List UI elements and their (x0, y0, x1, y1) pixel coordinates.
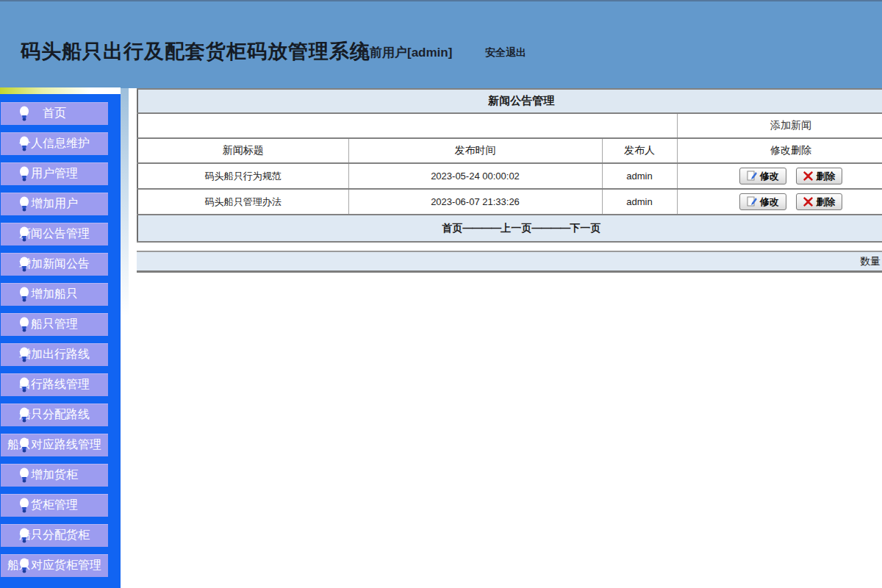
delete-icon (803, 171, 813, 181)
sidebar-item-ship-management[interactable]: 船只管理 (1, 313, 108, 336)
bulb-icon (18, 196, 30, 212)
news-time-cell: 2023-06-07 21:33:26 (348, 189, 602, 215)
table-row: 码头船只行为规范 2023-05-24 00:00:02 admin 修改 删除 (137, 163, 882, 189)
news-actions-cell: 修改 删除 (677, 163, 882, 189)
sidebar-item-assign-container[interactable]: 船只分配货柜 (1, 524, 108, 547)
sidebar-item-label: 首页 (43, 106, 66, 121)
bulb-icon (18, 377, 30, 392)
main-content: 新闻公告管理 添加新闻 新闻标题 发布时间 发布人 修改删除 码头船只行为规范 … (137, 88, 882, 243)
sidebar-top-gradient (0, 87, 121, 94)
edit-button[interactable]: 修改 (739, 193, 786, 210)
news-title-cell: 码头船只行为规范 (137, 163, 348, 189)
add-news-spacer (137, 113, 677, 138)
edit-icon (747, 196, 757, 207)
bulb-icon (18, 317, 30, 332)
sidebar-item-route-management[interactable]: 出行路线管理 (1, 373, 108, 396)
table-row: 码头船只管理办法 2023-06-07 21:33:26 admin 修改 删除 (137, 189, 882, 215)
delete-icon (803, 197, 813, 207)
delete-button[interactable]: 删除 (796, 193, 842, 210)
sidebar-item-assign-route[interactable]: 船只分配路线 (1, 404, 108, 426)
pagination-prev[interactable]: 上一页 (501, 222, 531, 234)
delete-button[interactable]: 删除 (796, 168, 842, 184)
delete-button-label: 删除 (816, 196, 835, 209)
column-header-title: 新闻标题 (137, 138, 348, 163)
news-actions-cell: 修改 删除 (677, 189, 882, 215)
pagination-first[interactable]: 首页 (442, 222, 462, 234)
column-header-time: 发布时间 (348, 138, 602, 163)
logout-link[interactable]: 安全退出 (485, 46, 526, 60)
pagination-dash: ———— (531, 222, 570, 234)
sidebar-item-label: 船只管理 (31, 317, 78, 332)
bulb-icon (18, 467, 30, 483)
column-header-actions: 修改删除 (677, 138, 882, 163)
app-header: 码头船只出行及配套货柜码放管理系统 当前用户[admin] 安全退出 (0, 0, 882, 88)
pagination-next[interactable]: 下一页 (570, 222, 600, 234)
sidebar-right-shade (121, 88, 129, 316)
sidebar-item-ship-container-management[interactable]: 船只对应货柜管理 (1, 554, 108, 577)
bulb-icon (18, 437, 30, 453)
sidebar-item-container-management[interactable]: 货柜管理 (1, 494, 108, 517)
edit-button-label: 修改 (760, 170, 779, 183)
bulb-icon (18, 407, 30, 423)
sidebar-item-user-management[interactable]: 用户管理 (1, 162, 108, 185)
sidebar-item-label: 用户管理 (31, 166, 78, 182)
sidebar-item-label: 增加船只 (31, 287, 78, 302)
sidebar-item-profile[interactable]: 个人信息维护 (1, 132, 108, 155)
edit-button[interactable]: 修改 (739, 168, 786, 184)
sidebar-nav: 首页 个人信息维护 用户管理 增加用户 新闻公告管理 增加新闻公告 增加船只 (0, 94, 121, 588)
sidebar-item-home[interactable]: 首页 (1, 102, 108, 125)
sidebar-item-label: 增加货柜 (31, 467, 78, 483)
sidebar-item-label: 增加用户 (31, 196, 78, 212)
pagination-dash: ———— (462, 222, 501, 234)
page: 码头船只出行及配套货柜码放管理系统 当前用户[admin] 安全退出 首页 个人… (0, 0, 882, 588)
bulb-icon (18, 528, 30, 543)
bulb-icon (18, 347, 30, 362)
sidebar-item-add-container[interactable]: 增加货柜 (1, 464, 108, 487)
panel-title: 新闻公告管理 (137, 89, 882, 113)
app-title: 码头船只出行及配套货柜码放管理系统 (21, 38, 370, 65)
bulb-icon (18, 136, 30, 151)
bulb-icon (18, 287, 30, 302)
pagination-bar: 首页————上一页————下一页 (137, 215, 882, 242)
count-label: 数量 (860, 255, 881, 268)
edit-button-label: 修改 (760, 196, 779, 209)
sidebar-item-add-user[interactable]: 增加用户 (1, 193, 108, 215)
sidebar-item-ship-route-management[interactable]: 船只对应路线管理 (1, 434, 108, 456)
bulb-icon (18, 226, 30, 242)
current-user-label: 当前用户[admin] (357, 44, 452, 61)
bulb-icon (18, 166, 30, 182)
sidebar-item-add-route[interactable]: 增加出行路线 (1, 343, 108, 366)
bulb-icon (18, 558, 30, 573)
news-title-cell: 码头船只管理办法 (137, 189, 348, 215)
news-time-cell: 2023-05-24 00:00:02 (348, 163, 602, 189)
bulb-icon (18, 498, 30, 513)
delete-button-label: 删除 (816, 170, 835, 183)
bulb-icon (18, 257, 30, 272)
edit-icon (747, 171, 757, 182)
column-header-publisher: 发布人 (602, 138, 677, 163)
add-news-cell: 添加新闻 (677, 113, 882, 138)
count-strip: 数量 (137, 251, 882, 273)
sidebar-item-label: 货柜管理 (31, 498, 78, 513)
news-publisher-cell: admin (602, 189, 677, 215)
sidebar-item-news-management[interactable]: 新闻公告管理 (1, 223, 108, 245)
sidebar-item-add-ship[interactable]: 增加船只 (1, 283, 108, 306)
bulb-icon (18, 106, 30, 121)
news-table: 新闻公告管理 添加新闻 新闻标题 发布时间 发布人 修改删除 码头船只行为规范 … (137, 88, 882, 243)
add-news-link[interactable]: 添加新闻 (770, 119, 811, 131)
sidebar-item-add-news[interactable]: 增加新闻公告 (1, 253, 108, 276)
news-publisher-cell: admin (602, 163, 677, 189)
